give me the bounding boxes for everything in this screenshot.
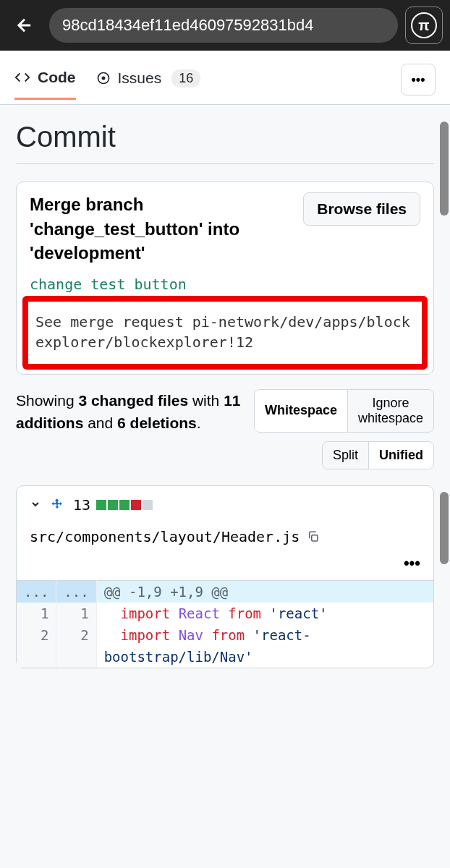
- tab-issues-label: Issues: [118, 69, 162, 87]
- svg-rect-2: [312, 535, 318, 541]
- file-diff-box: 13 src/components/layout/Header.js ••• .…: [16, 485, 434, 668]
- view-toggle: Split Unified: [322, 441, 434, 469]
- merge-request-text: See merge request pi-network/dev/apps/bl…: [35, 312, 415, 352]
- code-icon: [14, 69, 30, 85]
- hunk-header: ... ... @@ -1,9 +1,9 @@: [17, 580, 433, 603]
- whitespace-toggle: Whitespace Ignore whitespace: [254, 389, 434, 433]
- collapse-file-button[interactable]: [30, 496, 41, 514]
- scrollbar-thumb[interactable]: [440, 122, 449, 216]
- back-button[interactable]: [7, 8, 42, 43]
- browse-files-button[interactable]: Browse files: [303, 192, 420, 226]
- ignore-whitespace-button[interactable]: Ignore whitespace: [347, 390, 433, 432]
- issues-icon: [96, 71, 111, 85]
- diff-table: ... ... @@ -1,9 +1,9 @@ 1 1 import React…: [17, 580, 433, 668]
- diff-line: 2 2 import Nav from 'react-: [17, 624, 433, 646]
- svg-point-1: [102, 77, 104, 79]
- expand-icon[interactable]: [50, 498, 64, 512]
- diff-line: 1 1 import React from 'react': [17, 603, 433, 624]
- commit-title: Merge branch 'change_test_button' into '…: [30, 192, 296, 265]
- commit-description: change test button: [30, 276, 420, 293]
- whitespace-button[interactable]: Whitespace: [255, 390, 347, 432]
- issues-count-badge: 16: [171, 69, 200, 88]
- tab-code[interactable]: Code: [14, 69, 76, 100]
- unified-view-button[interactable]: Unified: [368, 442, 433, 469]
- diff-line-cutoff: bootstrap/lib/Nav': [17, 646, 433, 668]
- pi-menu-button[interactable]: π: [405, 7, 443, 44]
- url-bar[interactable]: 98cd18434ef11ed46097592831bd4: [49, 8, 398, 43]
- file-menu-button[interactable]: •••: [404, 554, 420, 573]
- diff-summary: Showing 3 changed files with 11 addition…: [16, 389, 245, 435]
- ellipsis-icon: •••: [412, 72, 425, 88]
- copy-path-button[interactable]: [307, 530, 320, 543]
- diff-stat: 13: [73, 496, 153, 514]
- pi-icon: π: [411, 12, 437, 38]
- more-tabs-button[interactable]: •••: [401, 64, 436, 95]
- merge-request-highlight: See merge request pi-network/dev/apps/bl…: [22, 296, 428, 370]
- file-path[interactable]: src/components/layout/Header.js: [30, 528, 300, 545]
- tab-issues[interactable]: Issues 16: [96, 69, 201, 99]
- commit-box: Merge branch 'change_test_button' into '…: [16, 182, 434, 375]
- scrollbar-thumb[interactable]: [440, 492, 449, 564]
- tab-code-label: Code: [38, 69, 76, 86]
- split-view-button[interactable]: Split: [323, 442, 368, 469]
- page-title: Commit: [16, 121, 434, 164]
